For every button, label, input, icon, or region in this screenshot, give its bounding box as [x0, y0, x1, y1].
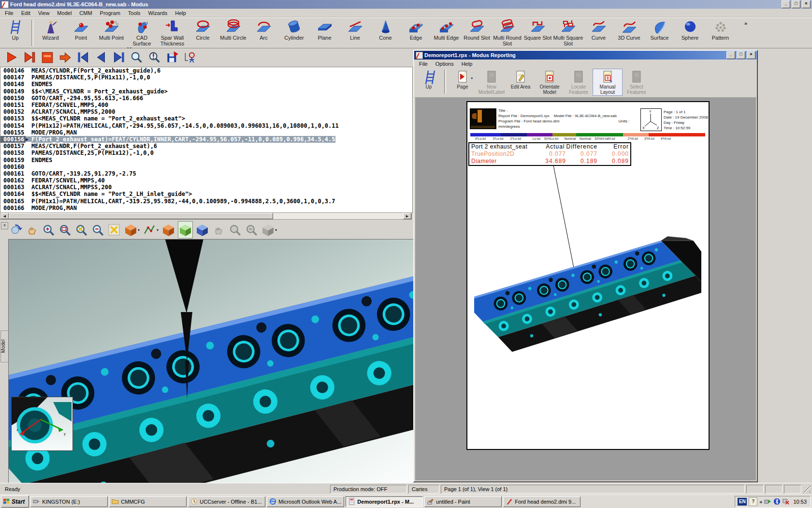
- toolbar-pattern[interactable]: Pattern: [705, 19, 736, 41]
- antivirus-icon[interactable]: [783, 498, 790, 505]
- toolbar-circle[interactable]: Circle: [188, 19, 218, 41]
- code-line[interactable]: 000151FEDRAT/SCNVEL,MMPS,400: [0, 102, 412, 108]
- editor-horizontal-scrollbar[interactable]: ◀ ▶: [0, 212, 412, 220]
- report-maximize-button[interactable]: □: [737, 51, 745, 59]
- toolbar-square-slot[interactable]: Square Slot: [522, 19, 553, 41]
- toolbar-3d-curve[interactable]: 3D Curve: [614, 19, 644, 41]
- chevron-down-icon[interactable]: ▾: [157, 228, 159, 232]
- code-line[interactable]: 000148ENDMES: [0, 81, 412, 88]
- maximize-button[interactable]: □: [792, 0, 800, 8]
- box-orange-button[interactable]: [161, 222, 175, 238]
- view-close-button[interactable]: x: [1, 222, 8, 229]
- report-close-button[interactable]: ×: [747, 51, 755, 59]
- report-toolbar-orientate-model[interactable]: Orientate Model: [535, 69, 564, 95]
- toolbar-sphere[interactable]: Sphere: [675, 19, 705, 41]
- minimize-button[interactable]: _: [782, 0, 790, 8]
- menu-view[interactable]: View: [34, 9, 54, 17]
- zoom-button[interactable]: [42, 222, 56, 238]
- production-mode-indicator[interactable]: Production mode: OFF: [330, 485, 407, 493]
- box-blue-button[interactable]: [195, 222, 209, 238]
- code-line[interactable]: 000152ACLRAT/SCNACL,MMPSS,2000: [0, 108, 412, 115]
- toolbar-multi-edge[interactable]: Multi Edge: [431, 19, 462, 41]
- code-line[interactable]: 000146MEAS/CYLNDR,F(Port_2_exhaust_guide…: [0, 67, 412, 74]
- help-indicator[interactable]: ?: [749, 497, 757, 506]
- probe-setup-button[interactable]: [184, 51, 197, 64]
- code-line[interactable]: 000159ENDMES: [0, 156, 412, 163]
- bluetooth-icon[interactable]: [773, 498, 781, 505]
- step-back-button[interactable]: [94, 51, 108, 64]
- toolbar-cone[interactable]: Cone: [370, 19, 401, 41]
- taskbar-usb-drive[interactable]: KINGSTON (E:): [30, 496, 108, 507]
- program-code-area[interactable]: 000146MEAS/CYLNDR,F(Port_2_exhaust_guide…: [0, 67, 413, 213]
- scrollbar-track[interactable]: [273, 213, 403, 219]
- code-line[interactable]: 000165P(PH1x1)=PATH/HELICAL,CART,-319.25…: [0, 198, 412, 205]
- tab-model[interactable]: Model: [0, 330, 9, 362]
- report-page[interactable]: Title : Report File : Demoreport1.rpx Mo…: [466, 101, 710, 450]
- code-line[interactable]: 000155MODE/PROG,MAN: [0, 129, 412, 136]
- code-line[interactable]: 000157MEAS/CYLNDR,F(Port_2_exhaust_seat)…: [0, 143, 412, 149]
- menu-program[interactable]: Program: [96, 9, 124, 17]
- toolpath-view-button[interactable]: ▾: [143, 222, 159, 238]
- chevron-down-icon[interactable]: ▾: [138, 228, 140, 232]
- toolbar-point[interactable]: Point: [66, 19, 96, 41]
- report-minimize-button[interactable]: _: [726, 51, 735, 59]
- taskbar-report-doc[interactable]: Demoreport1.rpx - M...: [346, 496, 423, 507]
- toolbar-multi-round-slot[interactable]: Multi Round Slot: [492, 19, 522, 46]
- model-viewport[interactable]: xy: [8, 239, 414, 483]
- toolbar-edge[interactable]: Edge: [401, 19, 431, 41]
- go-to-start-button[interactable]: [76, 51, 90, 64]
- zoom-window-button[interactable]: [58, 222, 72, 238]
- code-line[interactable]: 000162FEDRAT/SCNVEL,MMPS,40: [0, 177, 412, 184]
- clear-view-button[interactable]: [107, 222, 121, 238]
- code-line[interactable]: 000158PAMEAS/DISTANCE,25,P(PH1x12),-1,0,…: [0, 149, 412, 156]
- toolbar-cad-surface-measurem-[interactable]: CAD Surface Measurem...: [127, 19, 157, 52]
- find-button[interactable]: [130, 51, 144, 64]
- zoom-out-button[interactable]: [91, 222, 105, 238]
- run-to-cursor-button[interactable]: [23, 51, 36, 64]
- code-line[interactable]: 000154P(PH1x12)=PATH/HELICAL,CART,-294.9…: [0, 122, 412, 129]
- toolbar-plane[interactable]: Plane: [309, 19, 340, 41]
- menu-edit[interactable]: Edit: [17, 9, 34, 17]
- zoom-extents-button[interactable]: [74, 222, 88, 238]
- menu-cmm[interactable]: CMM: [75, 9, 96, 17]
- box-green-button[interactable]: [178, 221, 193, 239]
- toolbar-wizard[interactable]: Wizard: [35, 19, 66, 41]
- report-toolbar-manual-layout[interactable]: Manual Layout: [593, 69, 622, 95]
- code-line[interactable]: 000161GOTO/CART,-319.25,91.279,-2.75: [0, 170, 412, 177]
- rotate-view-button[interactable]: [9, 222, 23, 238]
- toolbar-round-slot[interactable]: Round Slot: [462, 19, 492, 41]
- close-button[interactable]: ×: [802, 0, 811, 8]
- toolbar-multi-circle[interactable]: Multi Circle: [218, 19, 248, 41]
- taskbar-modus-doc[interactable]: Ford head demo2.dmi 9...: [503, 496, 580, 507]
- safely-remove-icon[interactable]: [764, 498, 771, 505]
- report-menu-options[interactable]: Options: [432, 60, 458, 68]
- chevron-down-icon[interactable]: ▾: [275, 228, 277, 232]
- scroll-right-button[interactable]: ▶: [403, 213, 411, 219]
- pan-view-button[interactable]: [25, 222, 39, 238]
- taskbar-ucc-server[interactable]: UCCserver - Offline - B1...: [188, 496, 265, 507]
- scrollbar-thumb[interactable]: [9, 213, 273, 219]
- toolbar-multi-square-slot[interactable]: Multi Square Slot: [553, 19, 583, 46]
- scroll-left-button[interactable]: ◀: [0, 213, 9, 219]
- resize-grip[interactable]: [804, 486, 811, 493]
- menu-file[interactable]: File: [1, 9, 17, 17]
- toolbar-cylinder[interactable]: Cylinder: [279, 19, 309, 41]
- continue-button[interactable]: [58, 51, 72, 64]
- toolbar-multi-point[interactable]: Multi Point: [96, 19, 127, 41]
- feature-table[interactable]: Port 2 exhaust_seatActualDifferenceError…: [468, 142, 631, 166]
- run-button[interactable]: [5, 51, 18, 64]
- toolbar-curve[interactable]: Curve: [583, 19, 614, 41]
- chevron-down-icon[interactable]: ▾: [471, 75, 473, 81]
- menu-model[interactable]: Model: [53, 9, 75, 17]
- tray-collapse-chevron[interactable]: «: [759, 499, 762, 505]
- taskbar-folder[interactable]: CMMCFG: [109, 496, 187, 507]
- stop-button[interactable]: [41, 51, 54, 64]
- code-line[interactable]: 000164$$<MEAS_CYLNDR name = "Port_2_LH_i…: [0, 191, 412, 197]
- code-line[interactable]: 000156▶F(Port_2_exhaust_seat)=FEAT/CYLND…: [0, 136, 412, 143]
- code-line[interactable]: 000153$$<MEAS_CYLNDR name = "Port_2_exha…: [0, 115, 412, 122]
- language-indicator[interactable]: EN: [738, 498, 747, 506]
- taskbar-ie[interactable]: Microsoft Outlook Web A...: [267, 496, 344, 507]
- toolbar-spar-wall-thickness[interactable]: Spar Wall Thickness: [157, 19, 188, 46]
- report-menu-help[interactable]: Help: [458, 60, 477, 68]
- toolbar-line[interactable]: Line: [340, 19, 370, 41]
